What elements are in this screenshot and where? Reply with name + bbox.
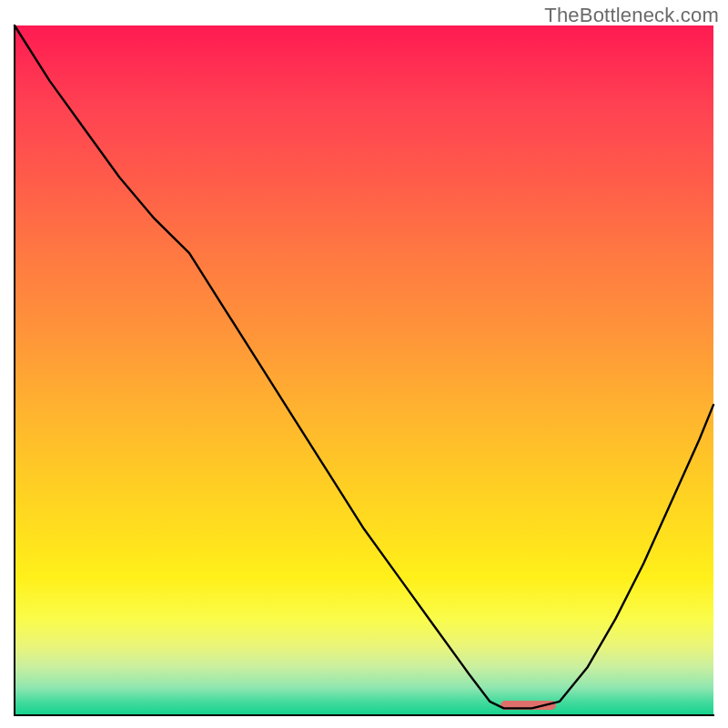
watermark-text: TheBottleneck.com: [544, 4, 719, 27]
y-axis-line: [14, 25, 15, 715]
x-axis-line: [14, 714, 714, 716]
bottleneck-curve: [15, 25, 713, 715]
plot-area: [15, 25, 713, 715]
